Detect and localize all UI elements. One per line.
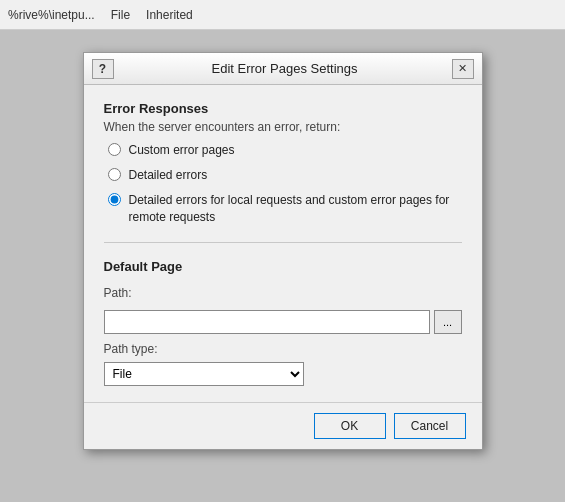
error-responses-title: Error Responses	[104, 101, 462, 116]
close-button[interactable]: ✕	[452, 59, 474, 79]
radio-custom-error[interactable]	[108, 143, 121, 156]
radio-item-custom[interactable]: Custom error pages	[108, 142, 462, 159]
radio-group: Custom error pages Detailed errors Detai…	[108, 142, 462, 225]
path-type-label: Path type:	[104, 342, 462, 356]
ok-button[interactable]: OK	[314, 413, 386, 439]
radio-detailed-local-error[interactable]	[108, 193, 121, 206]
dialog-overlay: ? Edit Error Pages Settings ✕ Error Resp…	[0, 0, 565, 502]
cancel-button[interactable]: Cancel	[394, 413, 466, 439]
default-page-section: Default Page Path: ... Path type: File E…	[104, 259, 462, 386]
radio-item-detailed[interactable]: Detailed errors	[108, 167, 462, 184]
titlebar-buttons: ✕	[452, 59, 474, 79]
dialog-titlebar: ? Edit Error Pages Settings ✕	[84, 53, 482, 85]
radio-detailed-local-label: Detailed errors for local requests and c…	[129, 192, 462, 226]
dialog: ? Edit Error Pages Settings ✕ Error Resp…	[83, 52, 483, 449]
path-input[interactable]	[104, 310, 430, 334]
dialog-footer: OK Cancel	[84, 402, 482, 449]
path-row: ...	[104, 310, 462, 334]
dialog-title: Edit Error Pages Settings	[118, 61, 452, 76]
radio-custom-label: Custom error pages	[129, 142, 235, 159]
dialog-body: Error Responses When the server encounte…	[84, 85, 482, 401]
default-page-title: Default Page	[104, 259, 462, 274]
error-responses-section: Error Responses When the server encounte…	[104, 101, 462, 225]
path-type-section: Path type: File Execute URL Redirect	[104, 342, 462, 386]
path-label: Path:	[104, 286, 462, 300]
radio-detailed-label: Detailed errors	[129, 167, 208, 184]
error-responses-subtitle: When the server encounters an error, ret…	[104, 120, 462, 134]
divider	[104, 242, 462, 243]
radio-item-detailed-local[interactable]: Detailed errors for local requests and c…	[108, 192, 462, 226]
radio-detailed-error[interactable]	[108, 168, 121, 181]
browse-button[interactable]: ...	[434, 310, 462, 334]
help-button[interactable]: ?	[92, 59, 114, 79]
path-type-select[interactable]: File Execute URL Redirect	[104, 362, 304, 386]
